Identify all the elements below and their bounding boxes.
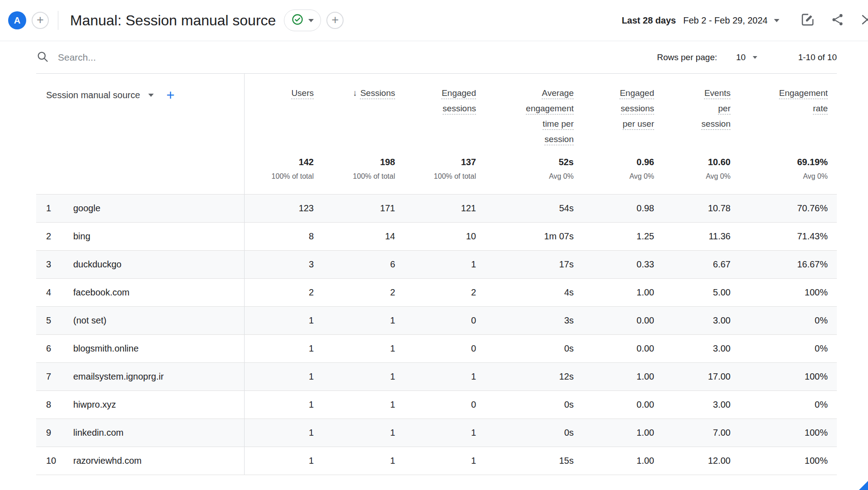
- cell-engagement-rate: 70.76%: [740, 195, 837, 223]
- cell-users: 1: [244, 307, 323, 335]
- chevron-down-icon[interactable]: [148, 94, 154, 97]
- cell-events-per-session: 10.78: [663, 195, 740, 223]
- cell-engaged-sessions-per-user: 0.98: [583, 195, 663, 223]
- pagination-status: 1-10 of 10: [798, 52, 837, 62]
- total-engaged-sessions: 137100% of total: [404, 150, 485, 195]
- share-report-button[interactable]: [829, 12, 845, 29]
- row-rank: 6: [36, 335, 63, 363]
- dimension-column-header: Session manual source +: [36, 74, 244, 195]
- rows-per-page-value: 10: [736, 52, 745, 62]
- cell-average-engagement-time: 4s: [485, 279, 583, 307]
- cell-engaged-sessions-per-user: 1.00: [583, 363, 663, 391]
- report-content: Rows per page: 10 1-10 of 10 Session man…: [36, 41, 837, 475]
- row-source: duckduckgo: [63, 251, 244, 279]
- cell-engaged-sessions: 121: [404, 195, 485, 223]
- cell-engaged-sessions-per-user: 0.00: [583, 391, 663, 419]
- insights-button[interactable]: [859, 12, 868, 29]
- cell-events-per-session: 3.00: [663, 335, 740, 363]
- cell-engagement-rate: 0%: [740, 335, 837, 363]
- add-comparison-button[interactable]: +: [326, 12, 344, 29]
- header-right-cluster: Last 28 days Feb 2 - Feb 29, 2024: [622, 12, 868, 29]
- total-users: 142100% of total: [244, 150, 323, 195]
- cell-sessions: 1: [323, 391, 404, 419]
- table-row: 3 duckduckgo 3 6 1 17s 0.33 6.67 16.67%: [36, 251, 837, 279]
- rows-per-page-select[interactable]: 10: [736, 52, 757, 62]
- total-sessions: 198100% of total: [323, 150, 404, 195]
- cell-engagement-rate: 100%: [740, 279, 837, 307]
- total-engaged-sessions-per-user: 0.96Avg 0%: [583, 150, 663, 195]
- report-table: Session manual source + Users ↓Sessions …: [36, 74, 837, 475]
- cell-events-per-session: 3.00: [663, 391, 740, 419]
- cell-average-engagement-time: 17s: [485, 251, 583, 279]
- column-header-engagement-rate[interactable]: Engagement rate: [740, 74, 837, 150]
- cell-engagement-rate: 100%: [740, 419, 837, 447]
- search-input[interactable]: [58, 52, 248, 63]
- cell-engaged-sessions: 10: [404, 223, 485, 251]
- row-rank: 2: [36, 223, 63, 251]
- cell-engaged-sessions: 0: [404, 391, 485, 419]
- cell-sessions: 171: [323, 195, 404, 223]
- cell-average-engagement-time: 0s: [485, 419, 583, 447]
- add-report-tab-button[interactable]: +: [32, 12, 49, 29]
- cell-engaged-sessions: 1: [404, 419, 485, 447]
- row-source: emailsystem.ignoprg.ir: [63, 363, 244, 391]
- header-left-cluster: A + Manual: Session manual source +: [8, 10, 344, 31]
- cell-engaged-sessions-per-user: 0.00: [583, 307, 663, 335]
- table-row: 2 bing 8 14 10 1m 07s 1.25 11.36 71.43%: [36, 223, 837, 251]
- saved-status-dropdown[interactable]: [284, 10, 321, 31]
- cell-sessions: 1: [323, 447, 404, 475]
- cell-engagement-rate: 100%: [740, 363, 837, 391]
- cell-users: 123: [244, 195, 323, 223]
- resize-corner-handle[interactable]: [859, 481, 868, 490]
- row-rank: 8: [36, 391, 63, 419]
- row-source: (not set): [63, 307, 244, 335]
- column-header-engaged-sessions-per-user[interactable]: Engaged sessions per user: [583, 74, 663, 150]
- date-range-chevron-down-icon[interactable]: [774, 19, 779, 22]
- row-source: google: [63, 195, 244, 223]
- dimension-header-label[interactable]: Session manual source: [46, 90, 140, 100]
- row-rank: 5: [36, 307, 63, 335]
- table-row: 9 linkedin.com 1 1 1 0s 1.00 7.00 100%: [36, 419, 837, 447]
- table-row: 7 emailsystem.ignoprg.ir 1 1 1 12s 1.00 …: [36, 363, 837, 391]
- row-source: facebook.com: [63, 279, 244, 307]
- cell-users: 1: [244, 447, 323, 475]
- row-source: razorviewhd.com: [63, 447, 244, 475]
- table-row: 10 razorviewhd.com 1 1 1 15s 1.00 12.00 …: [36, 447, 837, 475]
- sort-descending-icon: ↓: [353, 88, 357, 98]
- customize-report-button[interactable]: [799, 12, 816, 29]
- cell-engagement-rate: 71.43%: [740, 223, 837, 251]
- insights-icon: [860, 13, 868, 28]
- add-column-button[interactable]: +: [166, 88, 175, 102]
- cell-engaged-sessions: 1: [404, 447, 485, 475]
- cell-events-per-session: 5.00: [663, 279, 740, 307]
- cell-engagement-rate: 16.67%: [740, 251, 837, 279]
- cell-sessions: 1: [323, 307, 404, 335]
- cell-engaged-sessions-per-user: 0.33: [583, 251, 663, 279]
- table-row: 5 (not set) 1 1 0 3s 0.00 3.00 0%: [36, 307, 837, 335]
- row-rank: 1: [36, 195, 63, 223]
- column-header-events-per-session[interactable]: Events per session: [663, 74, 740, 150]
- row-source: bing: [63, 223, 244, 251]
- table-toolbar: Rows per page: 10 1-10 of 10: [36, 41, 837, 74]
- cell-events-per-session: 6.67: [663, 251, 740, 279]
- total-events-per-session: 10.60Avg 0%: [663, 150, 740, 195]
- column-header-users[interactable]: Users: [244, 74, 323, 150]
- avatar[interactable]: A: [8, 11, 26, 29]
- column-header-sessions[interactable]: ↓Sessions: [323, 74, 404, 150]
- date-range-value[interactable]: Feb 2 - Feb 29, 2024: [683, 15, 768, 26]
- app-header: A + Manual: Session manual source + Last…: [0, 0, 868, 41]
- cell-average-engagement-time: 54s: [485, 195, 583, 223]
- row-source: blogsmith.online: [63, 335, 244, 363]
- column-header-average-engagement-time[interactable]: Average engagement time per session: [485, 74, 583, 150]
- table-row: 6 blogsmith.online 1 1 0 0s 0.00 3.00 0%: [36, 335, 837, 363]
- chevron-down-icon: [308, 19, 314, 22]
- cell-users: 1: [244, 335, 323, 363]
- cell-average-engagement-time: 0s: [485, 335, 583, 363]
- row-rank: 3: [36, 251, 63, 279]
- cell-events-per-session: 3.00: [663, 307, 740, 335]
- cell-engaged-sessions: 0: [404, 307, 485, 335]
- cell-engaged-sessions-per-user: 1.25: [583, 223, 663, 251]
- column-header-engaged-sessions[interactable]: Engaged sessions: [404, 74, 485, 150]
- cell-users: 1: [244, 419, 323, 447]
- search-icon: [36, 50, 49, 65]
